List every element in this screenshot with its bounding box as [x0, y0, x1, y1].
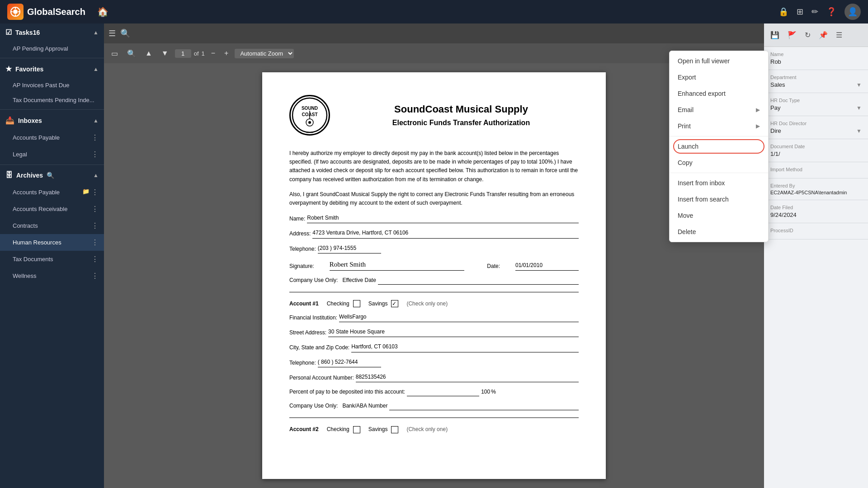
zoom-out-icon[interactable]: − — [208, 47, 218, 59]
company-name: SoundCoast Musical Supply — [344, 103, 579, 115]
divider-2 — [0, 109, 104, 110]
ellipsis-icon-4[interactable]: ⋮ — [91, 205, 99, 213]
prev-page-icon[interactable]: ▲ — [142, 47, 155, 59]
menu-delete[interactable]: Delete — [670, 224, 768, 240]
pin-icon[interactable]: 📌 — [816, 29, 830, 41]
save-icon[interactable]: 💾 — [768, 29, 782, 41]
sidebar-item-archive-ar[interactable]: Accounts Receivable ⋮ — [0, 201, 104, 217]
hr-doc-dir-label: HR Doc Director — [770, 121, 862, 126]
name-field-group: Name Rob — [764, 47, 868, 70]
company-use-label: Company Use Only: — [289, 276, 338, 285]
sidebar-item-ap-invoices[interactable]: AP Invoices Past Due — [0, 78, 104, 93]
right-toolbar: 💾 🚩 ↻ 📌 ☰ — [764, 23, 868, 47]
inboxes-chevron: ▲ — [93, 117, 99, 124]
launch-item-wrapper: Launch — [670, 138, 768, 155]
divider-3 — [0, 164, 104, 165]
checking2-checkbox — [353, 426, 360, 433]
user-avatar[interactable]: 👤 — [844, 4, 861, 20]
dept-chevron[interactable]: ▼ — [856, 82, 862, 88]
help-icon[interactable]: ❓ — [826, 7, 836, 17]
doc-top-toolbar: ☰ 🔍 — [104, 23, 764, 43]
ellipsis-icon-3[interactable]: ⋮ — [91, 188, 99, 197]
hr-doc-type-chevron[interactable]: ▼ — [856, 105, 862, 111]
archives-section[interactable]: 🗄 Archives 🔍 ▲ — [0, 167, 104, 184]
menu-export[interactable]: Export — [670, 69, 768, 85]
right-panel: 💾 🚩 ↻ 📌 ☰ Name Rob Department Sales ▼ — [764, 23, 868, 488]
ap-pending-label: AP Pending Approval — [13, 45, 68, 52]
inboxes-section[interactable]: 📥 Inboxes ▲ — [0, 112, 104, 129]
sidebar-item-archive-hr[interactable]: Human Resources ⋮ — [0, 234, 104, 251]
ellipsis-icon[interactable]: ⋮ — [91, 133, 99, 142]
next-page-icon[interactable]: ▼ — [159, 47, 171, 59]
account1-label: Account #1 — [289, 300, 319, 308]
ellipsis-icon-5[interactable]: ⋮ — [91, 221, 99, 230]
app-name: GlobalSearch — [27, 7, 85, 17]
citystatezip-value: Hartford, CT 06103 — [351, 343, 579, 352]
account2-row: Account #2 Checking Savings (Check only … — [289, 425, 579, 434]
hamburger-icon[interactable]: ☰ — [108, 28, 116, 38]
document-container: SOUND COAST SoundCoast Musical Supply El… — [104, 63, 764, 488]
address-field-row: Address: 4723 Ventura Drive, Hartford, C… — [289, 229, 579, 238]
home-button[interactable]: 🏠 — [94, 4, 111, 20]
favorites-section[interactable]: ★ Favorites ▲ — [0, 60, 104, 78]
check-only-one2: (Check only one) — [406, 425, 448, 434]
app-logo-icon — [7, 4, 24, 20]
menu-open-full-viewer[interactable]: Open in full viewer — [670, 53, 768, 69]
list-icon[interactable]: ☰ — [833, 29, 845, 41]
ellipsis-icon-2[interactable]: ⋮ — [91, 150, 99, 159]
name-value: Robert Smith — [307, 214, 579, 223]
context-menu-divider-2 — [670, 173, 768, 173]
fi-label: Financial Institution: — [289, 314, 337, 322]
search-docs-icon[interactable]: 🔍 — [120, 28, 130, 38]
sidebar-item-inbox-legal[interactable]: Legal ⋮ — [0, 146, 104, 163]
inboxes-label: Inboxes — [18, 117, 42, 124]
menu-copy[interactable]: Copy — [670, 155, 768, 171]
name-field-label: Name — [770, 52, 862, 57]
date-filed-group: Date Filed 9/24/2024 — [764, 200, 868, 223]
sidebar-item-ap-pending[interactable]: AP Pending Approval — [0, 41, 104, 56]
menu-move[interactable]: Move — [670, 207, 768, 224]
lock-icon[interactable]: 🔒 — [778, 7, 788, 17]
ellipsis-icon-8[interactable]: ⋮ — [91, 272, 99, 280]
menu-insert-from-inbox[interactable]: Insert from inbox — [670, 175, 768, 191]
ellipsis-icon-7[interactable]: ⋮ — [91, 255, 99, 263]
favorites-label: Favorites — [15, 66, 43, 73]
edit-icon[interactable]: ✏ — [811, 7, 818, 17]
percent-value — [407, 395, 479, 396]
sidebar-toggle-icon[interactable]: ▭ — [108, 47, 121, 60]
percent-field-row: Percent of pay to be deposited into this… — [289, 388, 579, 396]
sidebar-item-archive-ap[interactable]: Accounts Payable 📁 ⋮ — [0, 184, 104, 201]
viewer-search-icon[interactable]: 🔍 — [124, 47, 139, 60]
sidebar-item-archive-taxdocs[interactable]: Tax Documents ⋮ — [0, 251, 104, 267]
checking2-label: Checking — [327, 425, 349, 434]
ellipsis-icon-6[interactable]: ⋮ — [91, 238, 99, 247]
hr-doc-type-value: Pay — [770, 104, 780, 111]
doc-body: I hereby authorize my employer to direct… — [289, 149, 579, 434]
company-use2-row: Company Use Only: Bank/ABA Number — [289, 402, 579, 410]
name-field-row: Name: Robert Smith — [289, 214, 579, 223]
sidebar-item-archive-contracts[interactable]: Contracts ⋮ — [0, 217, 104, 234]
sidebar-item-archive-wellness[interactable]: Wellness ⋮ — [0, 267, 104, 284]
archives-label: Archives — [16, 172, 43, 179]
sidebar-item-tax-docs[interactable]: Tax Documents Pending Inde... — [0, 93, 104, 108]
flag-icon[interactable]: 🚩 — [785, 29, 799, 41]
sidebar-item-inbox-ap[interactable]: Accounts Payable ⋮ — [0, 129, 104, 146]
email-submenu-arrow: ▶ — [756, 107, 760, 113]
hr-doc-dir-chevron[interactable]: ▼ — [856, 128, 862, 134]
menu-print[interactable]: Print ▶ — [670, 118, 768, 134]
menu-insert-from-search[interactable]: Insert from search — [670, 191, 768, 207]
search-archives-icon[interactable]: 🔍 — [47, 172, 54, 179]
refresh-icon[interactable]: ↻ — [802, 29, 813, 41]
menu-launch[interactable]: Launch — [670, 138, 768, 155]
checking-checkbox — [353, 300, 360, 307]
page-number-input[interactable] — [175, 49, 191, 58]
grid-icon[interactable]: ⊞ — [797, 7, 803, 17]
menu-email[interactable]: Email ▶ — [670, 102, 768, 118]
zoom-in-icon[interactable]: + — [222, 47, 231, 59]
doc-header: SOUND COAST SoundCoast Musical Supply El… — [289, 95, 579, 136]
svg-text:SOUND: SOUND — [302, 106, 318, 111]
tasks-label: Tasks — [15, 29, 33, 36]
zoom-select[interactable]: Automatic Zoom — [235, 49, 294, 58]
tasks-section[interactable]: ☑ Tasks 16 ▲ — [0, 23, 104, 41]
menu-enhanced-export[interactable]: Enhanced export — [670, 85, 768, 102]
